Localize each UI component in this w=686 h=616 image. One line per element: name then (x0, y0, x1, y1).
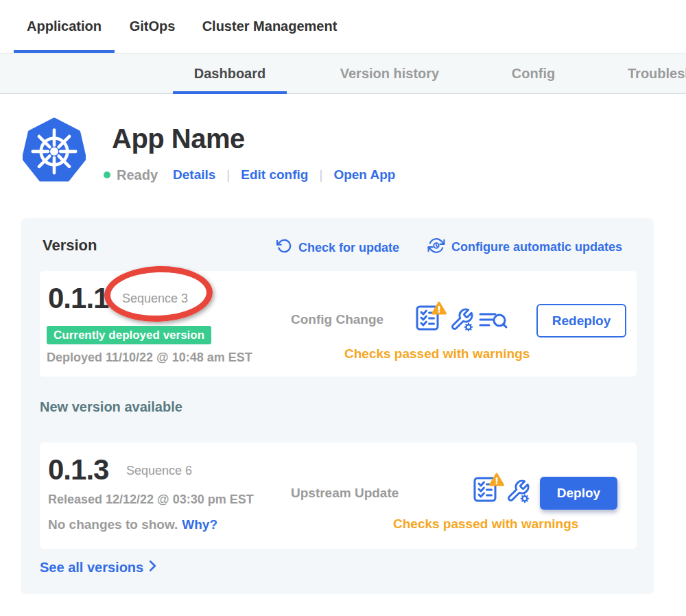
chevron-right-icon (149, 560, 156, 576)
tab-application-label: Application (27, 19, 102, 34)
edit-config-link[interactable]: Edit config (241, 167, 308, 182)
current-version-number: 0.1.1 (48, 282, 108, 315)
why-link[interactable]: Why? (182, 517, 217, 532)
tab-dashboard-label: Dashboard (194, 66, 265, 82)
released-timestamp: Released 12/12/22 @ 03:30 pm EST (48, 493, 254, 507)
checks-warning-text: Checks passed with warnings (344, 346, 530, 362)
status-ready-dot-icon (104, 171, 110, 178)
version-panel: Version Check for update (21, 218, 654, 594)
details-link[interactable]: Details (173, 167, 215, 182)
view-logs-icon[interactable] (479, 310, 508, 335)
current-sequence-label: Sequence 3 (122, 292, 188, 306)
app-window: Application GitOps Cluster Management Da… (0, 0, 686, 616)
current-version-card: 0.1.1 Sequence 3 Currently deployed vers… (40, 271, 637, 377)
new-version-heading: New version available (40, 399, 182, 415)
preflight-checks-warning-icon[interactable] (472, 472, 505, 506)
tab-config-label: Config (512, 66, 555, 82)
tab-dashboard[interactable]: Dashboard (173, 54, 287, 94)
change-type-label: Upstream Update (291, 486, 399, 501)
configure-automatic-updates-button[interactable]: Configure automatic updates (427, 237, 622, 258)
tab-gitops-label: GitOps (130, 19, 176, 34)
app-status-row: Ready Details | Edit config | Open App (104, 165, 395, 185)
check-for-update-label: Check for update (298, 241, 399, 255)
no-changes-text: No changes to show.Why? (48, 517, 217, 532)
checks-warning-text: Checks passed with warnings (393, 517, 578, 532)
tab-gitops[interactable]: GitOps (115, 0, 190, 53)
new-version-card: 0.1.3 Sequence 6 Released 12/12/22 @ 03:… (40, 442, 637, 549)
link-divider: | (226, 167, 230, 182)
top-nav: Application GitOps Cluster Management (0, 0, 686, 53)
check-for-update-button[interactable]: Check for update (276, 238, 399, 257)
tab-cluster-management-label: Cluster Management (202, 19, 338, 34)
tab-troubleshoot[interactable]: Troubleshoot (628, 54, 686, 94)
config-wrench-icon[interactable] (449, 307, 474, 335)
status-badge: Ready (117, 167, 158, 183)
open-app-link[interactable]: Open App (333, 167, 395, 182)
link-divider: | (319, 167, 322, 182)
refresh-icon (276, 238, 292, 257)
config-wrench-icon[interactable] (506, 479, 530, 506)
redeploy-button[interactable]: Redeploy (536, 304, 626, 337)
configure-automatic-updates-label: Configure automatic updates (451, 240, 622, 254)
see-all-versions-link[interactable]: See all versions (40, 560, 156, 576)
see-all-versions-label: See all versions (40, 560, 143, 576)
tab-config[interactable]: Config (490, 54, 576, 94)
tab-troubleshoot-label: Troubleshoot (628, 66, 686, 82)
tab-version-history-label: Version history (340, 66, 440, 82)
tab-version-history[interactable]: Version history (321, 54, 458, 94)
tab-application[interactable]: Application (14, 0, 115, 53)
tab-cluster-management[interactable]: Cluster Management (190, 0, 349, 53)
kubernetes-logo (23, 117, 86, 186)
sub-nav: Dashboard Version history Config Trouble… (0, 53, 686, 94)
no-changes-label: No changes to show. (48, 517, 178, 532)
deployed-timestamp: Deployed 11/10/22 @ 10:48 am EST (47, 351, 252, 365)
currently-deployed-badge: Currently deployed version (47, 326, 211, 344)
new-version-number: 0.1.3 (48, 453, 108, 486)
preflight-checks-warning-icon[interactable] (414, 300, 447, 335)
change-type-label: Config Change (291, 312, 383, 327)
page-title: App Name (112, 123, 245, 154)
version-heading: Version (43, 237, 97, 254)
deploy-button[interactable]: Deploy (540, 477, 617, 510)
auto-update-clock-icon (427, 237, 445, 258)
new-sequence-label: Sequence 6 (126, 464, 192, 478)
